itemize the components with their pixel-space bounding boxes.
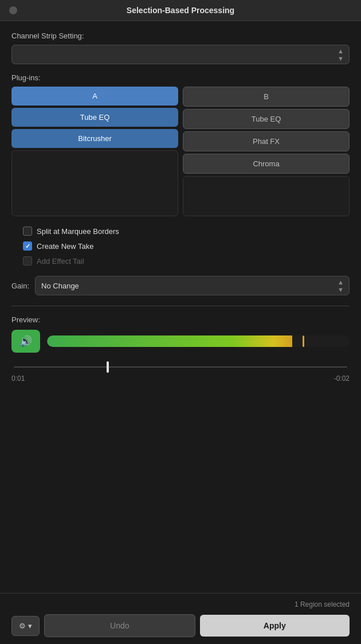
window-title: Selection-Based Processing [23,6,338,15]
split-at-marquee-row: Split at Marquee Borders [23,227,350,236]
gear-icon: ⚙ [19,622,26,630]
plugin-b-empty-slot [183,176,350,216]
split-at-marquee-checkbox[interactable] [23,227,32,236]
traffic-light-button[interactable] [9,6,17,14]
apply-button[interactable]: Apply [200,615,350,637]
channel-strip-select[interactable] [11,45,350,64]
speaker-icon: 🔊 [19,335,32,348]
bottom-buttons: ⚙ ▾ Undo Apply [11,614,350,637]
divider [11,306,350,306]
settings-chevron-icon: ▾ [28,622,32,630]
gain-label: Gain: [11,282,29,290]
plugins-label: Plug-ins: [11,73,350,82]
create-new-take-row: ✓ Create New Take [23,241,350,251]
gain-select[interactable]: No Change -6 dB -3 dB +3 dB +6 dB [35,276,350,295]
title-bar: Selection-Based Processing [0,0,361,21]
plugin-a-item-1[interactable]: Tube EQ [11,108,178,127]
plugin-column-b-header[interactable]: B [183,87,350,107]
undo-button[interactable]: Undo [44,614,195,637]
time-slider[interactable] [14,366,347,368]
split-at-marquee-label: Split at Marquee Borders [37,227,119,236]
channel-strip-container: ▲ ▼ [11,45,350,64]
time-end: -0:02 [334,374,350,383]
add-effect-tail-label: Add Effect Tail [37,257,84,266]
waveform-fill [47,335,313,347]
add-effect-tail-checkbox [23,256,32,266]
time-labels: 0:01 -0:02 [11,374,350,383]
waveform-bar [47,335,350,347]
preview-controls: 🔊 [11,330,350,353]
plugin-b-item-3[interactable]: Chroma [183,154,350,174]
plugin-column-a-header[interactable]: A [11,87,178,106]
main-content: Channel Strip Setting: ▲ ▼ Plug-ins: A T… [0,21,361,593]
plugin-b-item-1[interactable]: Tube EQ [183,109,350,129]
plugins-grid: A Tube EQ Bitcrusher B Tube EQ Phat FX C… [11,87,350,216]
plugin-a-empty-slot [11,150,178,216]
plugin-column-a: A Tube EQ Bitcrusher [11,87,178,216]
gain-select-container: No Change -6 dB -3 dB +3 dB +6 dB ▲ ▼ [35,276,350,295]
checkmark-icon: ✓ [25,243,30,250]
create-new-take-checkbox[interactable]: ✓ [23,241,32,251]
time-slider-container [11,360,350,370]
checkboxes-section: Split at Marquee Borders ✓ Create New Ta… [11,227,350,266]
waveform-marker [303,335,304,347]
preview-label: Preview: [11,315,350,324]
plugin-b-item-2[interactable]: Phat FX [183,131,350,151]
region-info: 1 Region selected [11,600,350,608]
time-start: 0:01 [11,374,25,383]
create-new-take-label: Create New Take [37,242,93,251]
channel-strip-label: Channel Strip Setting: [11,32,350,40]
settings-button[interactable]: ⚙ ▾ [11,616,40,636]
plugin-column-b: B Tube EQ Phat FX Chroma [183,87,350,216]
play-button[interactable]: 🔊 [11,330,40,353]
bottom-section: 1 Region selected ⚙ ▾ Undo Apply [0,593,361,644]
plugin-a-item-2[interactable]: Bitcrusher [11,129,178,148]
gain-row: Gain: No Change -6 dB -3 dB +3 dB +6 dB … [11,276,350,295]
add-effect-tail-row: Add Effect Tail [23,256,350,266]
